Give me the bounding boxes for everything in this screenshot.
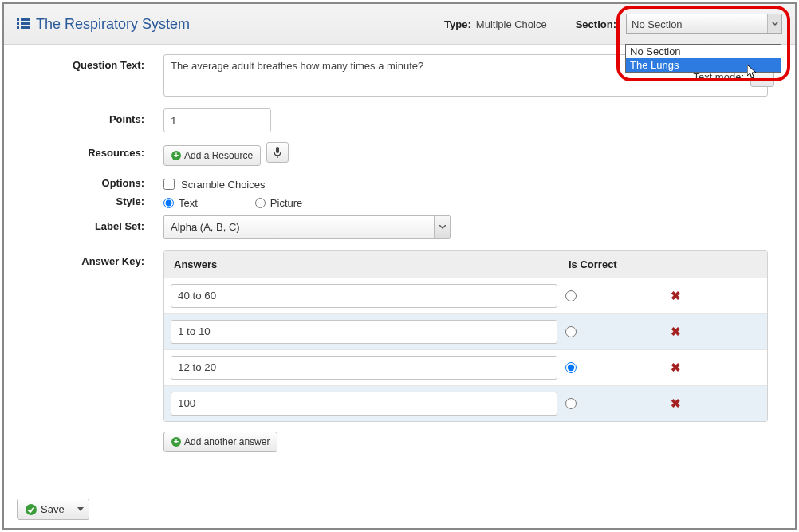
section-select-value: No Section xyxy=(632,18,683,30)
resources-label: Resources: xyxy=(23,142,163,166)
is-correct-header: Is Correct xyxy=(569,258,758,270)
section-label: Section: xyxy=(576,18,616,30)
svg-rect-4 xyxy=(17,26,19,29)
list-icon xyxy=(17,18,30,30)
svg-marker-9 xyxy=(77,507,84,511)
svg-rect-5 xyxy=(21,26,30,29)
style-text-radio[interactable] xyxy=(163,198,174,208)
chevron-down-icon xyxy=(767,14,781,33)
type-label: Type: xyxy=(444,18,471,30)
label-set-value: Alpha (A, B, C) xyxy=(171,221,240,233)
answer-input[interactable] xyxy=(171,356,557,380)
type-value: Multiple Choice xyxy=(476,18,547,30)
label-set-select[interactable]: Alpha (A, B, C) xyxy=(163,215,451,239)
mic-button[interactable] xyxy=(266,142,289,163)
svg-rect-3 xyxy=(21,22,30,25)
correct-radio[interactable] xyxy=(565,398,577,409)
answer-row: ✖ xyxy=(164,314,767,350)
answer-row: ✖ xyxy=(164,350,767,386)
answer-key-label: Answer Key: xyxy=(23,250,163,452)
page-title: The Respiratory System xyxy=(36,16,190,33)
svg-rect-0 xyxy=(17,18,19,21)
style-picture-radio[interactable] xyxy=(255,198,266,208)
points-input[interactable] xyxy=(163,108,271,132)
scramble-checkbox[interactable] xyxy=(163,179,175,190)
points-label: Points: xyxy=(23,108,163,132)
answer-input[interactable] xyxy=(171,392,557,416)
section-option-no-section[interactable]: No Section xyxy=(626,45,781,58)
answer-table: Answers Is Correct ✖ ✖ xyxy=(163,250,768,422)
correct-radio[interactable] xyxy=(565,326,577,337)
svg-rect-2 xyxy=(17,22,19,25)
plus-icon: + xyxy=(171,151,181,160)
chevron-down-icon xyxy=(434,216,450,238)
check-icon xyxy=(26,504,37,515)
label-set-label: Label Set: xyxy=(23,215,163,239)
save-dropdown-button[interactable] xyxy=(73,499,89,520)
answer-input[interactable] xyxy=(171,284,557,308)
add-resource-label: Add a Resource xyxy=(184,150,253,161)
add-another-answer-button[interactable]: + Add another answer xyxy=(163,432,277,452)
options-label: Options: xyxy=(23,175,163,191)
style-text-label: Text xyxy=(179,197,198,209)
delete-icon[interactable]: ✖ xyxy=(671,325,681,339)
delete-icon[interactable]: ✖ xyxy=(671,289,681,303)
style-label: Style: xyxy=(23,194,163,209)
delete-icon[interactable]: ✖ xyxy=(671,361,681,375)
question-text-label: Question Text: xyxy=(23,54,163,99)
answers-header: Answers xyxy=(174,258,569,270)
answer-row: ✖ xyxy=(164,386,767,421)
delete-icon[interactable]: ✖ xyxy=(671,396,681,411)
svg-point-8 xyxy=(26,504,37,515)
answer-row: ✖ xyxy=(164,278,767,314)
section-select[interactable]: No Section xyxy=(626,14,782,34)
svg-rect-1 xyxy=(21,18,30,21)
correct-radio[interactable] xyxy=(565,290,577,301)
scramble-label: Scramble Choices xyxy=(181,179,266,191)
answer-input[interactable] xyxy=(171,320,557,344)
add-another-label: Add another answer xyxy=(184,436,270,447)
svg-rect-6 xyxy=(276,147,279,153)
plus-icon: + xyxy=(171,437,181,447)
caret-down-icon xyxy=(77,507,84,511)
cursor-icon xyxy=(747,65,760,81)
save-label: Save xyxy=(41,503,65,515)
add-resource-button[interactable]: + Add a Resource xyxy=(163,145,261,166)
microphone-icon xyxy=(274,147,281,158)
style-picture-label: Picture xyxy=(270,197,302,209)
header-bar: The Respiratory System Type: Multiple Ch… xyxy=(4,4,795,45)
save-button[interactable]: Save xyxy=(17,499,73,520)
correct-radio[interactable] xyxy=(565,362,577,373)
